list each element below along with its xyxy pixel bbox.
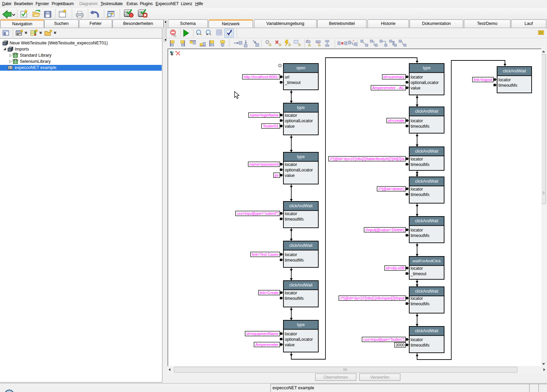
svg-text:id=equipmentName: id=equipmentName <box>246 332 279 336</box>
svg-text:locator: locator <box>411 187 423 192</box>
svg-text:value: value <box>411 86 421 90</box>
svg-text:timeoutMs: timeoutMs <box>411 233 429 238</box>
svg-text:clickAndWait: clickAndWait <box>415 328 439 333</box>
svg-text:clickAndWait: clickAndWait <box>415 289 439 294</box>
svg-text:timeoutMs: timeoutMs <box>411 192 429 197</box>
svg-text:timeoutMs: timeoutMs <box>411 302 429 306</box>
svg-text:open: open <box>296 66 306 70</box>
svg-text:type: type <box>423 66 431 70</box>
svg-text:id=summary: id=summary <box>383 75 405 79</box>
svg-text:url: url <box>285 75 289 80</box>
svg-text:value: value <box>285 173 295 178</box>
svg-text:type: type <box>297 105 305 110</box>
svg-text:locator: locator <box>411 118 423 123</box>
svg-text:optionalLocator: optionalLocator <box>285 337 313 342</box>
svg-text://*[@id='dyn10']/div[2]/table/: //*[@id='dyn10']/div[2]/table/tbody/tr[2… <box>330 157 405 161</box>
svg-text:clickAndWait: clickAndWait <box>289 243 313 248</box>
svg-text:css=input[type="submit"]: css=input[type="submit"] <box>237 211 279 215</box>
svg-text:locator: locator <box>411 266 423 271</box>
svg-text://input[@value='Delete']: //input[@value='Delete'] <box>365 228 404 232</box>
svg-text:id=create: id=create <box>388 118 404 123</box>
svg-text:Amperemeter - AC: Amperemeter - AC <box>372 86 404 90</box>
svg-text:timeoutMs: timeoutMs <box>498 83 517 88</box>
svg-text:name=loginName: name=loginName <box>250 113 279 117</box>
svg-text:_timeout: _timeout <box>284 80 301 85</box>
svg-text:name=password: name=password <box>249 162 279 166</box>
svg-text:locator: locator <box>411 75 423 80</box>
svg-text://*[@id='dyn10']/div[1]/div/sp: //*[@id='dyn10']/div[1]/div/span[2]/inpu… <box>340 296 404 300</box>
svg-text:id=obj-e08: id=obj-e08 <box>386 266 404 270</box>
svg-text:clickAndWait: clickAndWait <box>415 109 439 114</box>
svg-text:Tester01: Tester01 <box>263 124 279 128</box>
svg-text:locator: locator <box>285 291 297 295</box>
svg-text:clickAndWait: clickAndWait <box>503 69 526 73</box>
svg-text:clickAndWait: clickAndWait <box>289 204 313 208</box>
svg-text:Amperemeter: Amperemeter <box>255 342 279 347</box>
svg-text:link=Test Cases: link=Test Cases <box>252 252 279 256</box>
svg-text:locator: locator <box>285 332 297 336</box>
svg-text:http://localhost:8081/: http://localhost:8081/ <box>244 75 279 79</box>
svg-text:timeoutMs: timeoutMs <box>411 124 429 129</box>
svg-text:waitForAndClick: waitForAndClick <box>412 259 441 263</box>
svg-text:locator: locator <box>285 252 297 257</box>
svg-text:locator: locator <box>285 162 297 167</box>
svg-text:clickAndWait: clickAndWait <box>415 219 439 223</box>
svg-text:css=input[type="button"]: css=input[type="button"] <box>363 337 404 341</box>
svg-text:?: ? <box>352 39 354 43</box>
svg-text:_timeout: _timeout <box>410 271 427 276</box>
svg-text:optionalLocator: optionalLocator <box>411 80 439 85</box>
svg-text://*[@id='delete']: //*[@id='delete'] <box>378 187 404 191</box>
svg-text:locator: locator <box>411 157 423 162</box>
svg-text:optionalLocator: optionalLocator <box>285 118 313 123</box>
svg-text:locator: locator <box>285 113 297 118</box>
svg-text:timeoutMs: timeoutMs <box>411 343 429 348</box>
svg-text:locator: locator <box>411 337 423 342</box>
svg-text:link=Create: link=Create <box>259 291 279 295</box>
svg-text:type: type <box>297 322 305 327</box>
svg-text:locator: locator <box>411 296 423 301</box>
svg-text:value: value <box>285 342 295 347</box>
svg-text:value: value <box>285 124 295 129</box>
svg-text:js: js <box>274 173 279 177</box>
svg-text:timeoutMs: timeoutMs <box>285 296 304 301</box>
svg-text:timeoutMs: timeoutMs <box>285 258 304 263</box>
svg-text:locator: locator <box>411 228 423 233</box>
svg-text:locator: locator <box>285 211 297 216</box>
svg-text:link=logout: link=logout <box>474 78 492 82</box>
svg-text:type: type <box>297 154 305 159</box>
svg-text:timeoutMs: timeoutMs <box>411 162 429 167</box>
svg-text:locator: locator <box>498 78 511 82</box>
svg-text:timeoutMs: timeoutMs <box>285 217 304 222</box>
svg-text:clickAndWait: clickAndWait <box>415 179 439 184</box>
svg-text:clickAndWait: clickAndWait <box>289 283 313 288</box>
svg-text:optionalLocator: optionalLocator <box>285 168 313 172</box>
svg-text:clickAndWait: clickAndWait <box>415 149 439 154</box>
svg-text:3000: 3000 <box>396 343 404 347</box>
